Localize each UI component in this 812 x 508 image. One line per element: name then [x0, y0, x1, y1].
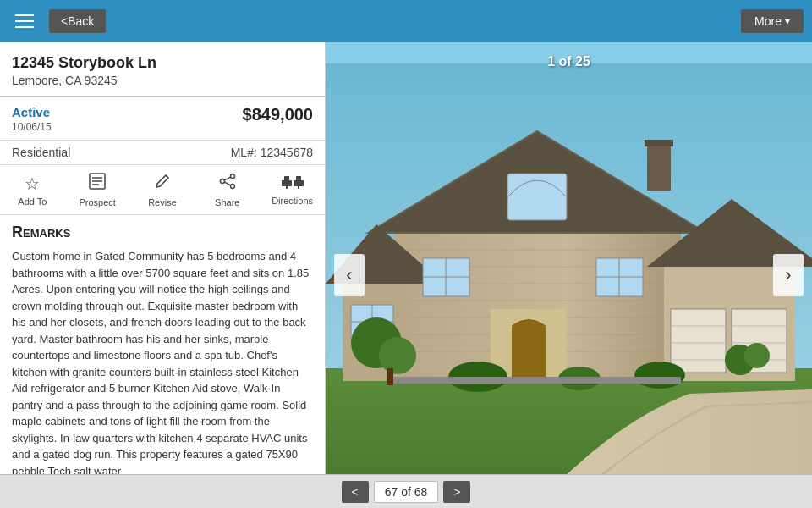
svg-rect-41 — [512, 326, 546, 381]
svg-point-61 — [634, 362, 685, 389]
hamburger-button[interactable] — [8, 8, 41, 35]
next-photo-button[interactable]: › — [773, 254, 804, 296]
status-date: 10/06/15 — [12, 121, 52, 133]
property-photo — [326, 42, 812, 508]
remarks-body: Custom home in Gated Community has 5 bed… — [12, 248, 313, 479]
status-badge: Active — [12, 105, 52, 119]
revise-button[interactable]: Revise — [137, 172, 188, 207]
svg-point-6 — [220, 179, 224, 184]
svg-line-9 — [224, 182, 230, 185]
svg-rect-12 — [284, 176, 289, 181]
svg-rect-56 — [387, 368, 393, 385]
svg-rect-62 — [393, 377, 681, 384]
price: $849,000 — [243, 105, 313, 124]
page-indicator: 67 of 68 — [374, 481, 439, 503]
status-left: Active 10/06/15 — [12, 105, 52, 133]
status-price-block: Active 10/06/15 $849,000 — [0, 97, 325, 141]
share-icon — [218, 172, 237, 195]
property-detail-panel: 12345 Storybook Ln Lemoore, CA 93245 Act… — [0, 42, 326, 508]
prev-photo-button[interactable]: ‹ — [334, 254, 365, 296]
directions-button[interactable]: Directions — [267, 174, 318, 206]
svg-point-5 — [230, 174, 234, 179]
svg-rect-11 — [294, 180, 304, 186]
more-button[interactable]: More — [741, 9, 804, 33]
mls-info: ML#: 12345678 — [231, 146, 313, 159]
add-to-button[interactable]: ☆ Add To — [7, 174, 58, 207]
main-content: 12345 Storybook Ln Lemoore, CA 93245 Act… — [0, 42, 812, 508]
revise-icon — [153, 172, 172, 195]
directions-label: Directions — [272, 196, 313, 206]
svg-rect-13 — [296, 176, 301, 181]
remarks-section: Remarks Custom home in Gated Community h… — [0, 215, 325, 508]
revise-label: Revise — [148, 197, 177, 207]
svg-rect-32 — [671, 309, 726, 373]
photo-counter: 1 of 25 — [547, 54, 590, 69]
svg-rect-10 — [282, 180, 292, 186]
prev-page-button[interactable]: < — [342, 481, 369, 503]
property-type: Residential — [12, 146, 70, 159]
prospect-label: Prospect — [79, 197, 115, 207]
svg-rect-52 — [647, 144, 671, 190]
city-state-zip: Lemoore, CA 93245 — [12, 74, 313, 87]
photo-panel: 1 of 25 ‹ › — [326, 42, 812, 508]
svg-point-7 — [230, 185, 234, 189]
add-to-label: Add To — [18, 196, 47, 207]
svg-rect-53 — [645, 140, 673, 146]
svg-point-55 — [379, 337, 416, 374]
svg-point-58 — [744, 343, 770, 368]
street-address: 12345 Storybook Ln — [12, 54, 313, 72]
add-to-icon: ☆ — [25, 174, 40, 194]
share-button[interactable]: Share — [202, 172, 253, 207]
share-label: Share — [215, 197, 239, 207]
svg-rect-15 — [298, 185, 299, 189]
svg-line-4 — [166, 175, 168, 178]
back-button[interactable]: <Back — [49, 9, 106, 33]
prospect-button[interactable]: Prospect — [72, 172, 123, 207]
action-bar: ☆ Add To Prospect — [0, 165, 325, 215]
prospect-icon — [88, 172, 107, 195]
directions-icon — [282, 174, 304, 193]
svg-rect-14 — [286, 185, 288, 189]
app-header: <Back More — [0, 0, 812, 42]
type-mls-row: Residential ML#: 12345678 — [0, 141, 325, 165]
next-page-button[interactable]: > — [443, 481, 470, 503]
address-block: 12345 Storybook Ln Lemoore, CA 93245 — [0, 42, 325, 97]
pagination-footer: < 67 of 68 > — [0, 474, 812, 508]
svg-line-8 — [224, 177, 230, 180]
remarks-title: Remarks — [12, 224, 313, 241]
